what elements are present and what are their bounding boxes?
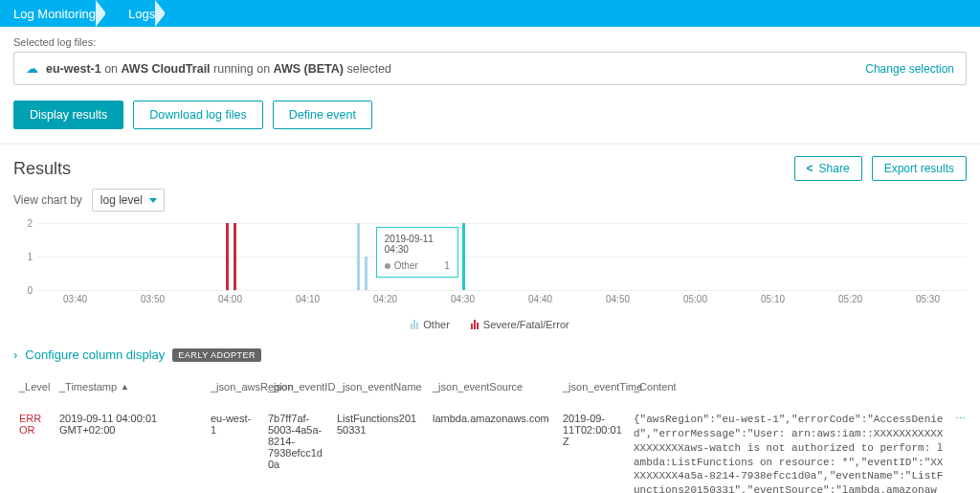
x-tick: 03:50	[141, 294, 165, 304]
selected-log-files-box: ☁ eu-west-1 on AWS CloudTrail running on…	[13, 52, 967, 85]
col-event-id[interactable]: _json_eventID	[262, 377, 331, 396]
download-log-files-button[interactable]: Download log files	[133, 101, 262, 129]
legend-swatch-icon	[411, 320, 418, 329]
chart-bar-severe[interactable]	[226, 223, 229, 290]
change-selection-link[interactable]: Change selection	[865, 62, 954, 76]
breadcrumb: Log Monitoring Logs	[0, 0, 980, 27]
cell-event-time: 2019-09-11T02:00:01Z	[557, 409, 628, 451]
chart-y-axis: 0 1 2	[13, 223, 36, 290]
x-tick: 04:00	[218, 294, 242, 304]
legend-label: Other	[423, 319, 450, 330]
log-table: _Level _Timestamp▲ _json_awsRegion _json…	[0, 371, 980, 493]
early-adopter-badge: EARLY ADOPTER	[172, 348, 261, 362]
breadcrumb-separator	[165, 0, 174, 27]
col-timestamp[interactable]: _Timestamp▲	[54, 377, 205, 396]
legend-item-other[interactable]: Other	[411, 319, 450, 330]
y-tick: 1	[27, 252, 33, 262]
breadcrumb-separator	[105, 0, 115, 27]
x-tick: 04:40	[528, 294, 552, 304]
chart-bar-severe[interactable]	[234, 223, 236, 290]
x-tick: 05:10	[761, 294, 785, 304]
tooltip-dot-icon	[385, 263, 390, 269]
col-content[interactable]: _Content	[628, 377, 949, 396]
sel-service: AWS CloudTrail	[122, 62, 211, 76]
define-event-button[interactable]: Define event	[273, 101, 372, 129]
chart: 0 1 2 2019-09-11 04:30 Other 1 03:40 03:…	[13, 223, 967, 307]
col-event-name[interactable]: _json_eventName	[331, 377, 427, 396]
chevron-right-icon: ›	[13, 347, 17, 362]
chart-bar-other[interactable]	[357, 223, 360, 290]
x-tick: 03:40	[63, 294, 87, 304]
display-results-button[interactable]: Display results	[13, 101, 123, 129]
row-actions-icon[interactable]: ⋯	[949, 409, 967, 429]
sel-region: eu-west-1	[46, 62, 101, 76]
selected-log-files-section: Selected log files: ☁ eu-west-1 on AWS C…	[0, 27, 980, 95]
cell-region: eu-west-1	[205, 409, 262, 439]
legend-item-severe[interactable]: Severe/Fatal/Error	[471, 319, 569, 330]
results-header: Results Share Export results	[0, 145, 980, 189]
x-tick: 04:20	[373, 294, 397, 304]
col-level[interactable]: _Level	[13, 377, 54, 396]
action-row: Display results Download log files Defin…	[0, 95, 980, 145]
cell-content: {"awsRegion":"eu-west-1","errorCode":"Ac…	[628, 409, 949, 493]
x-tick: 04:50	[606, 294, 630, 304]
view-chart-by-label: View chart by	[13, 193, 82, 207]
share-button[interactable]: Share	[794, 156, 862, 181]
tooltip-value: 1	[444, 260, 450, 271]
col-event-time[interactable]: _json_eventTime	[557, 377, 628, 396]
chart-tooltip: 2019-09-11 04:30 Other 1	[376, 227, 458, 278]
export-results-button[interactable]: Export results	[872, 156, 967, 181]
chart-legend: Other Severe/Fatal/Error	[0, 311, 980, 344]
cell-event-id: 7b7ff7af-5003-4a5a-8214-7938efcc1d0a	[262, 409, 331, 474]
breadcrumb-item[interactable]: Log Monitoring	[0, 0, 105, 27]
selected-log-file-text: ☁ eu-west-1 on AWS CloudTrail running on…	[26, 61, 391, 76]
breadcrumb-label: Log Monitoring	[0, 7, 105, 21]
col-event-source[interactable]: _json_eventSource	[427, 377, 557, 396]
cell-event-source: lambda.amazonaws.com	[427, 409, 557, 428]
chart-x-axis: 03:40 03:50 04:00 04:10 04:20 04:30 04:4…	[36, 292, 967, 307]
legend-swatch-icon	[471, 320, 479, 329]
share-icon	[807, 162, 813, 175]
cell-event-name: ListFunctions20150331	[331, 409, 427, 439]
configure-column-display[interactable]: › Configure column display EARLY ADOPTER	[0, 344, 980, 371]
tooltip-series-label: Other	[394, 260, 418, 271]
x-tick: 04:10	[296, 294, 320, 304]
legend-label: Severe/Fatal/Error	[483, 319, 569, 330]
configure-label: Configure column display	[25, 347, 165, 362]
view-chart-by-row: View chart by log level	[0, 189, 980, 217]
view-chart-by-select[interactable]: log level	[92, 189, 165, 212]
y-tick: 0	[27, 285, 33, 296]
col-aws-region[interactable]: _json_awsRegion	[205, 377, 262, 396]
table-header: _Level _Timestamp▲ _json_awsRegion _json…	[13, 371, 967, 403]
y-tick: 2	[27, 218, 33, 229]
selected-log-files-label: Selected log files:	[13, 36, 967, 48]
chart-plot[interactable]: 2019-09-11 04:30 Other 1	[36, 223, 967, 290]
sort-asc-icon: ▲	[121, 382, 129, 392]
chart-bar-hover[interactable]	[462, 223, 465, 290]
x-tick: 05:20	[838, 294, 862, 304]
table-row[interactable]: ERROR 2019-09-11 04:00:01 GMT+02:00 eu-w…	[13, 403, 967, 493]
chart-bar-other[interactable]	[365, 257, 368, 290]
x-tick: 04:30	[451, 294, 475, 304]
x-tick: 05:30	[916, 294, 940, 304]
tooltip-title: 2019-09-11 04:30	[385, 234, 450, 255]
x-tick: 05:00	[683, 294, 707, 304]
cell-timestamp: 2019-09-11 04:00:01 GMT+02:00	[54, 409, 205, 439]
cell-level: ERROR	[13, 409, 54, 439]
log-file-icon: ☁	[26, 61, 38, 76]
results-title: Results	[13, 159, 71, 179]
sel-platform: AWS (BETA)	[274, 62, 344, 76]
